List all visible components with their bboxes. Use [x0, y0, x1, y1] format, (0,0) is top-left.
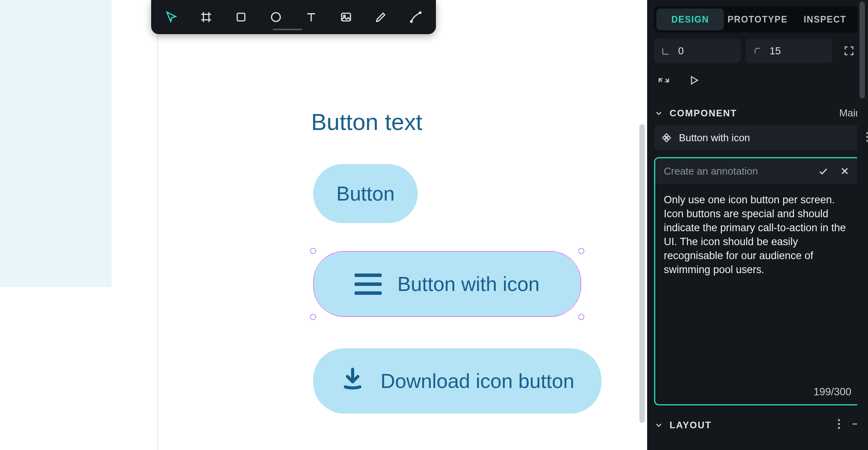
resize-to-fit-button[interactable] — [656, 72, 672, 88]
component-icon — [661, 132, 672, 143]
svg-point-10 — [838, 423, 840, 425]
tab-inspect[interactable]: INSPECT — [791, 9, 859, 30]
ellipse-tool[interactable] — [267, 8, 284, 26]
constraint-icons-row — [654, 72, 861, 88]
hamburger-icon — [355, 273, 382, 295]
corner-radius-icon — [753, 46, 763, 56]
svg-point-5 — [419, 12, 421, 14]
resize-handle-bl[interactable] — [310, 314, 316, 320]
pencil-tool[interactable] — [372, 8, 389, 26]
scrollbar-thumb[interactable] — [859, 2, 865, 99]
svg-rect-0 — [237, 13, 245, 21]
adjacent-frame-fragment — [0, 0, 112, 287]
frame-tool[interactable] — [198, 8, 215, 26]
tab-prototype[interactable]: PROTOTYPE — [724, 9, 791, 30]
svg-point-11 — [838, 427, 840, 429]
inspector-panel: DESIGN PROTOTYPE INSPECT 0 15 COMPONENT — [647, 0, 868, 450]
annotation-header: Create an annotation — [655, 158, 860, 184]
sample-button-plain[interactable]: Button — [313, 164, 418, 223]
component-section-header[interactable]: COMPONENT Main — [654, 107, 861, 119]
svg-point-9 — [838, 419, 840, 421]
resize-handle-tr[interactable] — [578, 248, 584, 254]
download-icon — [340, 366, 365, 396]
annotation-confirm-button[interactable] — [816, 164, 830, 178]
layout-section-header[interactable]: LAYOUT — [654, 419, 861, 432]
section-title: LAYOUT — [670, 420, 711, 431]
button-label: Download icon button — [381, 369, 574, 393]
canvas-toolbar — [151, 0, 436, 34]
annotation-textarea[interactable]: Only use one icon button per screen. Ico… — [655, 184, 860, 386]
scrollbar-thumb[interactable] — [639, 124, 645, 423]
design-canvas[interactable]: Button text Button Button with icon Down… — [112, 0, 647, 450]
radius-value: 15 — [770, 45, 781, 57]
angle-icon — [661, 46, 671, 56]
sample-button-with-icon[interactable]: Button with icon — [314, 252, 580, 316]
canvas-scrollbar[interactable] — [639, 124, 646, 423]
rotation-input[interactable]: 0 — [654, 39, 741, 63]
selected-component[interactable]: Button with icon — [313, 251, 581, 317]
button-label: Button with icon — [397, 272, 539, 296]
pen-tool[interactable] — [407, 8, 424, 26]
inspector-tabs: DESIGN PROTOTYPE INSPECT — [654, 6, 861, 33]
sample-button-download[interactable]: Download icon button — [313, 348, 601, 414]
resize-handle-br[interactable] — [578, 314, 584, 320]
component-name-row[interactable]: Button with icon — [654, 125, 861, 150]
tab-design[interactable]: DESIGN — [656, 9, 724, 30]
layout-options-button[interactable] — [838, 419, 840, 431]
play-button[interactable] — [686, 72, 702, 88]
corner-radius-input[interactable]: 15 — [746, 39, 832, 63]
annotation-close-button[interactable] — [838, 164, 851, 178]
resize-handle-tl[interactable] — [310, 248, 316, 254]
button-label: Button — [336, 182, 394, 205]
annotation-placeholder: Create an annotation — [664, 165, 808, 177]
section-title: COMPONENT — [670, 108, 737, 119]
toolbar-scroll-indicator — [273, 29, 302, 30]
chevron-down-icon — [654, 109, 663, 118]
move-tool[interactable] — [163, 8, 180, 26]
svg-point-4 — [410, 21, 412, 22]
image-tool[interactable] — [338, 8, 355, 26]
rectangle-tool[interactable] — [232, 8, 250, 26]
svg-rect-2 — [341, 13, 350, 21]
text-tool[interactable] — [303, 8, 320, 26]
chevron-down-icon — [654, 421, 663, 430]
frame-title[interactable]: Button text — [311, 109, 422, 135]
component-name: Button with icon — [679, 132, 750, 144]
rotation-value: 0 — [678, 45, 684, 57]
transform-row: 0 15 — [654, 39, 861, 63]
annotation-box: Create an annotation Only use one icon b… — [654, 157, 861, 405]
inspector-scrollbar[interactable] — [857, 0, 866, 450]
frame-edge-line — [157, 0, 158, 450]
svg-point-1 — [272, 13, 281, 22]
annotation-char-count: 199/300 — [655, 386, 860, 404]
